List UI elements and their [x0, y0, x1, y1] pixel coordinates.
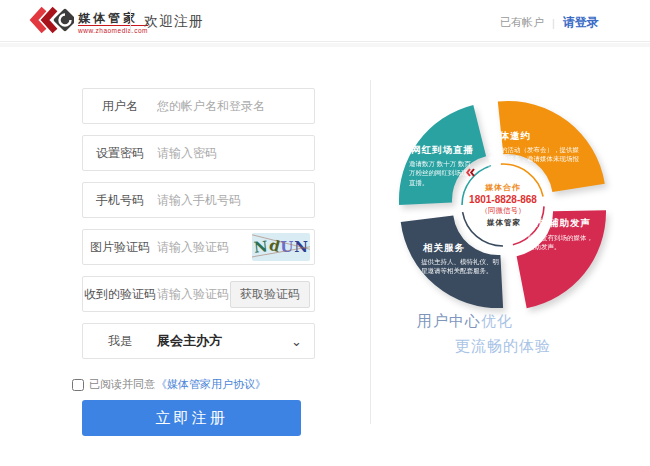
agreement-row: 已阅读并同意 《媒体管家用户协议》 [72, 377, 266, 392]
wheel-center-card: 媒体合作 1801-8828-868 （同微信号） 媒体管家 [466, 168, 540, 242]
cooperation-label: 媒体合作 [485, 182, 521, 193]
footer-note-line2: 更流畅的体验 [455, 337, 551, 356]
get-sms-code-button[interactable]: 获取验证码 [230, 281, 310, 308]
segment-title-service: 相关服务 [423, 242, 483, 255]
login-link[interactable]: 请登录 [563, 14, 599, 31]
sms-code-label: 收到的验证码 [83, 286, 157, 303]
segment-desc-voice: 联系没有到场的媒体，辅助发声。 [528, 233, 594, 252]
brand-text: 媒体管家 www.zhaomedia.com [78, 12, 148, 34]
username-label: 用户名 [83, 98, 157, 115]
chevron-down-icon: ⌄ [291, 335, 302, 348]
header-band [0, 43, 650, 47]
segment-title-live: 网红到场直播 [411, 144, 481, 157]
segment-title-voice: 媒体辅助发声 [528, 217, 608, 230]
phone-label: 手机号码 [83, 192, 157, 209]
agreement-link[interactable]: 《媒体管家用户协议》 [156, 377, 266, 392]
note-user-center: 用户中心 [417, 312, 481, 329]
header: 媒体管家 www.zhaomedia.com 欢迎注册 已有帐户 | 请登录 [0, 0, 650, 42]
note-optimize: 优化 [481, 312, 513, 329]
username-input[interactable] [157, 99, 314, 113]
phone-input[interactable] [157, 193, 314, 207]
header-right: 已有帐户 | 请登录 [500, 14, 599, 31]
agreement-text: 已阅读并同意 [89, 377, 155, 392]
segment-desc-service: 提供主持人、模特礼仪、明星邀请等相关配套服务。 [421, 257, 505, 276]
role-selected-value: 展会主办方 [157, 332, 291, 350]
center-brand-name: 媒体管家 [487, 218, 521, 228]
contact-phone: 1801-8828-868 [469, 194, 537, 205]
captcha-image[interactable]: NdUN [252, 233, 310, 261]
wechat-note: （同微信号） [481, 206, 526, 216]
services-wheel: 网红到场直播 邀请数万 数十万 数百万粉丝的网红到场现场直播。 媒体邀约 为您的… [385, 88, 625, 320]
image-captcha-label: 图片验证码 [83, 239, 157, 256]
password-label: 设置密码 [83, 145, 157, 162]
password-input[interactable] [157, 146, 314, 160]
page-title: 欢迎注册 [144, 13, 204, 31]
phone-field: 手机号码 [82, 182, 315, 218]
agreement-checkbox[interactable] [72, 379, 84, 391]
image-captcha-field: 图片验证码 NdUN [82, 229, 315, 265]
sms-code-field: 收到的验证码 获取验证码 [82, 276, 315, 312]
header-divider [130, 9, 131, 33]
role-label: 我是 [83, 333, 157, 350]
brand-chevron-icon [28, 4, 74, 42]
registration-page: 媒体管家 www.zhaomedia.com 欢迎注册 已有帐户 | 请登录 用… [0, 0, 650, 466]
sms-code-input[interactable] [157, 287, 230, 301]
have-account-label: 已有帐户 [500, 15, 544, 30]
captcha-letter: N [253, 237, 269, 256]
segment-title-invite: 媒体邀约 [489, 130, 569, 143]
center-brand: 媒体管家 [485, 218, 521, 228]
header-pipe: | [552, 17, 555, 29]
image-captcha-input[interactable] [157, 240, 252, 254]
vertical-divider [370, 80, 371, 424]
register-button[interactable]: 立即注册 [82, 400, 301, 436]
brand-name: 媒体管家 [78, 12, 148, 25]
role-select[interactable]: 我是 展会主办方 ⌄ [82, 323, 315, 359]
password-field: 设置密码 [82, 135, 315, 171]
username-field: 用户名 [82, 88, 315, 124]
footer-note-line1: 用户中心优化 [417, 312, 513, 331]
brand-url: www.zhaomedia.com [78, 25, 148, 34]
captcha-letter: U [280, 238, 293, 256]
